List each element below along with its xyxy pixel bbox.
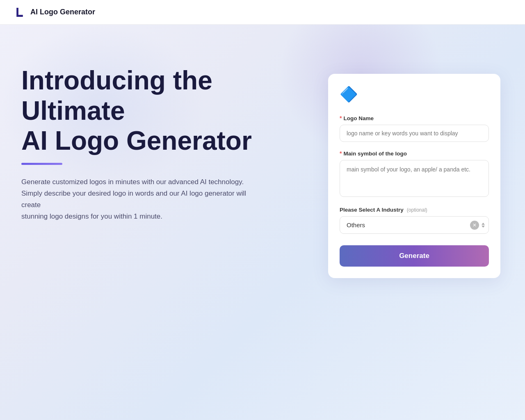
clear-select-button[interactable]: ✕ <box>470 221 479 230</box>
hero-description: Generate customized logos in minutes wit… <box>21 176 259 222</box>
select-controls: ✕ <box>470 221 486 230</box>
form-icon: 🔷 <box>340 87 359 107</box>
hero-title-line1: Introducing the <box>21 66 212 95</box>
chevron-down-icon <box>482 226 485 228</box>
chevron-up-icon <box>482 223 485 225</box>
hero-title: Introducing the Ultimate AI Logo Generat… <box>21 66 288 156</box>
logo-name-input[interactable] <box>340 125 489 142</box>
hero-title-line2: Ultimate <box>21 96 125 126</box>
hero-desc-line2: Simply describe your desired logo in wor… <box>21 189 246 209</box>
logo-name-label: * Logo Name <box>340 115 489 121</box>
required-star-symbol: * <box>340 150 342 157</box>
hero-section: Introducing the Ultimate AI Logo Generat… <box>21 66 288 222</box>
industry-field-group: Please Select A Industry (optional) Othe… <box>340 207 489 234</box>
generate-button[interactable]: Generate <box>340 245 489 267</box>
main-content: Introducing the Ultimate AI Logo Generat… <box>0 25 525 420</box>
symbol-input[interactable] <box>340 160 489 197</box>
optional-tag: (optional) <box>407 207 427 213</box>
app-title: AI Logo Generator <box>30 8 95 16</box>
hero-desc-line1: Generate customized logos in minutes wit… <box>21 178 244 186</box>
symbol-label: * Main symbol of the logo <box>340 150 489 157</box>
industry-select-wrapper: Others Technology Healthcare Finance Edu… <box>340 216 489 234</box>
hero-title-line3: AI Logo Generator <box>21 126 252 155</box>
form-card: 🔷 * Logo Name * Main symbol of the logo … <box>328 74 500 278</box>
industry-select[interactable]: Others Technology Healthcare Finance Edu… <box>340 216 489 234</box>
app-logo-mark <box>13 6 26 19</box>
accent-divider <box>21 163 62 165</box>
symbol-field-group: * Main symbol of the logo <box>340 150 489 199</box>
industry-label: Please Select A Industry (optional) <box>340 207 489 213</box>
hero-desc-line3: stunning logo designs for you within 1 m… <box>21 212 162 220</box>
logo-name-field-group: * Logo Name <box>340 115 489 142</box>
required-star-logo: * <box>340 115 342 121</box>
chevron-select-button[interactable] <box>481 222 486 228</box>
header: AI Logo Generator <box>0 0 525 25</box>
